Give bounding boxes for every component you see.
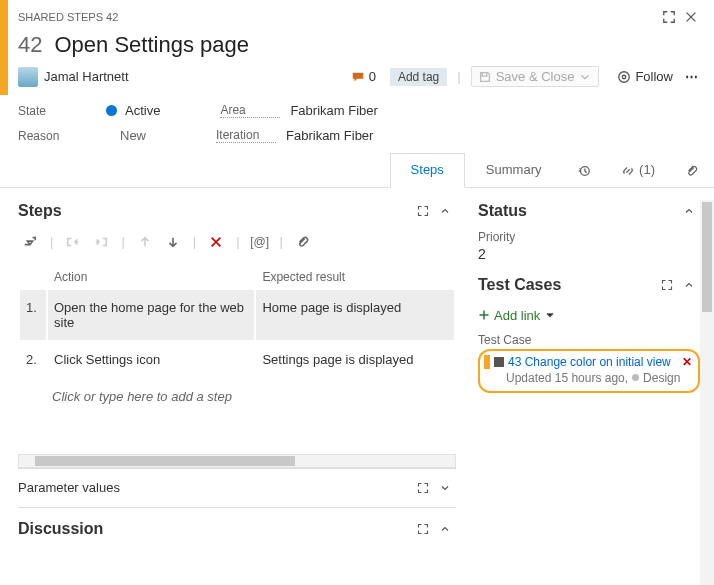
testcase-card[interactable]: 43 Change color on initial view ✕ Update… — [478, 349, 700, 393]
state-bullet — [106, 105, 117, 116]
area-label: Area — [220, 103, 280, 118]
add-tag-button[interactable]: Add tag — [390, 68, 447, 86]
expand-icon[interactable] — [434, 477, 456, 499]
fullscreen-icon[interactable] — [412, 200, 434, 222]
params-button[interactable]: [@] — [248, 230, 272, 254]
area-value[interactable]: Fabrikam Fiber — [290, 103, 377, 118]
move-down-button[interactable] — [161, 230, 185, 254]
indent-button — [89, 230, 113, 254]
collapse-icon[interactable] — [434, 200, 456, 222]
maximize-icon[interactable] — [658, 6, 680, 28]
priority-label: Priority — [478, 230, 700, 244]
priority-value[interactable]: 2 — [478, 246, 700, 262]
col-expected: Expected result — [256, 266, 454, 288]
tab-steps[interactable]: Steps — [390, 153, 465, 188]
testcase-state: Design — [643, 371, 680, 385]
tab-summary[interactable]: Summary — [465, 153, 563, 187]
h-scrollbar[interactable] — [18, 454, 456, 468]
testcase-type-icon — [494, 357, 504, 367]
iteration-value[interactable]: Fabrikam Fiber — [286, 128, 373, 143]
discussion-icon[interactable] — [351, 70, 367, 84]
state-value[interactable]: Active — [125, 103, 160, 118]
testcase-id[interactable]: 43 — [508, 355, 521, 369]
save-close-button[interactable]: Save & Close — [471, 66, 600, 87]
delete-step-button[interactable] — [204, 230, 228, 254]
tab-links-count: (1) — [639, 162, 655, 177]
add-link-button[interactable]: Add link — [478, 308, 556, 323]
follow-label: Follow — [635, 69, 673, 84]
close-icon[interactable] — [680, 6, 702, 28]
discussion-title: Discussion — [18, 520, 103, 538]
iteration-label: Iteration — [216, 128, 276, 143]
col-action: Action — [48, 266, 254, 288]
testcase-color-bar — [484, 355, 490, 369]
add-step-placeholder[interactable]: Click or type here to add a step — [18, 379, 456, 414]
step-num: 1. — [20, 290, 46, 340]
reason-value[interactable]: New — [120, 128, 146, 143]
state-label: State — [18, 104, 78, 118]
step-row[interactable]: 1. Open the home page for the web site H… — [20, 290, 454, 340]
save-close-label: Save & Close — [496, 69, 575, 84]
collapse-icon[interactable] — [678, 200, 700, 222]
work-item-id: 42 — [18, 32, 42, 58]
step-action[interactable]: Open the home page for the web site — [48, 290, 254, 340]
step-expected[interactable]: Home page is displayed — [256, 290, 454, 340]
steps-toolbar: | | | | [@] | — [18, 230, 456, 254]
breadcrumb: SHARED STEPS 42 — [18, 11, 118, 23]
more-actions-icon[interactable]: ⋯ — [685, 69, 700, 84]
steps-title: Steps — [18, 202, 62, 220]
step-num: 2. — [20, 342, 46, 377]
state-dot-icon — [632, 374, 639, 381]
fullscreen-icon[interactable] — [656, 274, 678, 296]
insert-step-button[interactable] — [18, 230, 42, 254]
follow-button[interactable]: Follow — [617, 69, 673, 84]
remove-link-icon[interactable]: ✕ — [682, 355, 692, 369]
testcase-updated: Updated 15 hours ago, — [506, 371, 628, 385]
status-title: Status — [478, 202, 527, 220]
outdent-button — [61, 230, 85, 254]
tab-links[interactable]: (1) — [606, 153, 670, 187]
collapse-icon[interactable] — [678, 274, 700, 296]
add-link-label: Add link — [494, 308, 540, 323]
attach-button[interactable] — [291, 230, 315, 254]
reason-label: Reason — [18, 129, 78, 143]
avatar — [18, 67, 38, 87]
step-action[interactable]: Click Settings icon — [48, 342, 254, 377]
page-title[interactable]: Open Settings page — [54, 32, 248, 58]
collapse-icon[interactable] — [434, 518, 456, 540]
svg-point-0 — [619, 71, 630, 82]
step-expected[interactable]: Settings page is displayed — [256, 342, 454, 377]
discussion-count: 0 — [369, 69, 376, 84]
move-up-button — [133, 230, 157, 254]
testcase-link[interactable]: Change color on initial view — [525, 355, 671, 369]
tab-attachments[interactable] — [670, 153, 714, 187]
testcase-label: Test Case — [478, 333, 700, 347]
step-row[interactable]: 2. Click Settings icon Settings page is … — [20, 342, 454, 377]
fullscreen-icon[interactable] — [412, 518, 434, 540]
parameter-values-header[interactable]: Parameter values — [18, 480, 120, 495]
fullscreen-icon[interactable] — [412, 477, 434, 499]
tab-history[interactable] — [562, 153, 606, 187]
assignee[interactable]: Jamal Hartnett — [44, 69, 129, 84]
svg-point-1 — [623, 75, 627, 79]
testcases-title: Test Cases — [478, 276, 561, 294]
